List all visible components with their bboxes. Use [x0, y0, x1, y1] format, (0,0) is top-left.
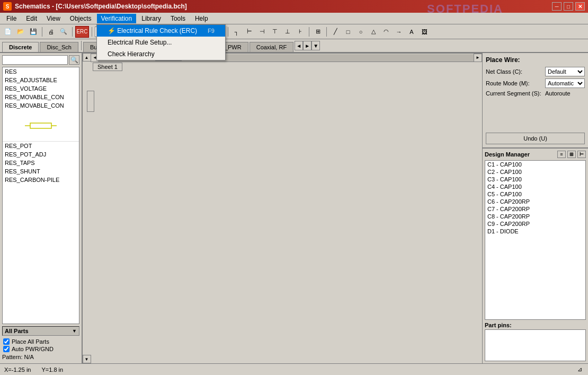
route-mode-select[interactable]: Automatic [545, 79, 585, 88]
part-res-carbon-pile[interactable]: RES_CARBON-PILE [3, 176, 79, 184]
toolbar-img[interactable]: 🖼 [418, 26, 430, 38]
place-all-parts-row: Place All Parts [2, 338, 79, 345]
toolbar-erc[interactable]: ERC [75, 26, 89, 38]
toolbar-poly[interactable]: △ [368, 26, 379, 38]
part-res-taps[interactable]: RES_TAPS [3, 159, 79, 167]
statusbar: X=-1.25 in Y=1.8 in ⊿ [0, 363, 588, 375]
toolbar-save[interactable]: 💾 [28, 26, 39, 38]
dm-part-c4[interactable]: C4 - CAP100 [485, 183, 585, 190]
toolbar-b3[interactable]: ⊥ [282, 26, 293, 38]
close-button[interactable]: ✕ [575, 2, 585, 11]
scroll-down-button[interactable]: ▼ [83, 355, 91, 363]
toolbar-arc[interactable]: ◠ [380, 26, 392, 38]
tab-discrete[interactable]: Discrete [2, 42, 39, 52]
auto-pwr-gnd-checkbox[interactable] [3, 346, 10, 352]
dm-part-c3[interactable]: C3 - CAP100 [485, 176, 585, 183]
toolbar-arrow[interactable]: → [393, 26, 405, 38]
dm-icon-tree[interactable]: ⊢ [577, 151, 586, 158]
toolbar-text[interactable]: A [406, 26, 417, 38]
part-res-shunt[interactable]: RES_SHUNT [3, 167, 79, 176]
dm-part-c9[interactable]: C9 - CAP200RP [485, 220, 585, 228]
toolbar-b2[interactable]: ⊤ [269, 26, 281, 38]
part-res-pot-adj[interactable]: RES_POT_ADJ [3, 150, 79, 159]
maximize-button[interactable]: □ [564, 2, 573, 11]
search-input[interactable] [2, 55, 68, 65]
toolbar-open[interactable]: 📂 [15, 26, 26, 38]
menu-objects[interactable]: Objects [66, 14, 96, 23]
place-all-parts-checkbox[interactable] [3, 338, 10, 345]
dm-part-c6[interactable]: C6 - CAP200RP [485, 198, 585, 205]
scroll-up-button[interactable]: ▲ [83, 53, 91, 62]
dm-icon-list[interactable]: ≡ [557, 151, 566, 158]
menu-library[interactable]: Library [137, 14, 165, 23]
tab-prev-arrow[interactable]: ◄ [295, 41, 303, 50]
search-area: 🔍 [0, 53, 82, 67]
part-res-pot[interactable]: RES_POT [3, 142, 79, 150]
toolbar: 📄 📂 💾 🖨 🔍 ERC 200% 100% 150% 50% 0.05 in… [0, 24, 588, 39]
toolbar-wire[interactable]: ┐ [231, 26, 243, 38]
tab-next-arrow[interactable]: ► [303, 41, 311, 50]
dm-part-c1[interactable]: C1 - CAP100 [485, 161, 585, 168]
menu-help[interactable]: Help [191, 14, 212, 23]
menu-verification[interactable]: Verification [97, 14, 137, 23]
undo-button[interactable]: Undo (U) [486, 133, 585, 144]
scroll-right-button[interactable]: ► [474, 54, 482, 62]
toolbar-grid-icon[interactable]: ⊞ [312, 26, 324, 38]
dm-part-d1[interactable]: D1 - DIODE [485, 228, 585, 235]
part-res-movable-con2[interactable]: RES_MOVABLE_CON [3, 101, 79, 110]
svg-rect-1 [30, 123, 51, 128]
search-button[interactable]: 🔍 [69, 55, 79, 65]
tab-coaxial-rf[interactable]: Coaxial, RF [250, 42, 293, 52]
toolbar-circle[interactable]: ○ [355, 26, 367, 38]
titlebar: S Schematics - [C:\Users\Softpedia\Deskt… [0, 0, 588, 13]
vertical-scrollbar[interactable]: ▲ ▼ [82, 53, 91, 363]
toolbar-sep9 [326, 27, 327, 37]
dm-icon-grid[interactable]: ⊞ [567, 151, 576, 158]
part-res[interactable]: RES [3, 67, 79, 76]
tab-menu-arrow[interactable]: ▼ [311, 41, 320, 50]
toolbar-sep2 [72, 27, 73, 37]
menu-view[interactable]: View [42, 14, 65, 23]
titlebar-controls[interactable]: ─ □ ✕ [552, 2, 585, 11]
toolbar-sep8 [309, 27, 309, 37]
dropdown-check-hierarchy[interactable]: Check Hierarchy [97, 48, 225, 60]
dropdown-erc[interactable]: ⚡ Electrical Rule Check (ERC) F9 [97, 25, 225, 37]
all-parts-label[interactable]: All Parts ▼ [2, 326, 79, 336]
menu-tools[interactable]: Tools [166, 14, 190, 23]
toolbar-b4[interactable]: ⊦ [295, 26, 306, 38]
toolbar-rect[interactable]: □ [342, 26, 354, 38]
main-area: 🔍 RES RES_ADJUSTABLE RES_VOLTAGE RES_MOV… [0, 53, 588, 363]
toolbar-b1[interactable]: ⊣ [256, 26, 268, 38]
part-res-voltage[interactable]: RES_VOLTAGE [3, 84, 79, 93]
toolbar-print[interactable]: 🖨 [45, 26, 57, 38]
net-class-select[interactable]: Default [545, 67, 585, 76]
sheet-tab-item[interactable]: Sheet 1 [93, 63, 122, 71]
parts-list[interactable]: RES RES_ADJUSTABLE RES_VOLTAGE RES_MOVAB… [2, 67, 79, 324]
route-mode-row: Route Mode (M): Automatic [486, 79, 585, 88]
toolbar-bus[interactable]: ⊢ [244, 26, 255, 38]
tab-disc-sch[interactable]: Disc_Sch [40, 42, 78, 52]
dm-part-c5[interactable]: C5 - CAP100 [485, 190, 585, 198]
res-symbol-svg [25, 118, 57, 134]
design-manager-parts-list[interactable]: C1 - CAP100 C2 - CAP100 C3 - CAP100 C4 -… [485, 160, 586, 320]
dm-part-c2[interactable]: C2 - CAP100 [485, 168, 585, 176]
part-res-adjustable[interactable]: RES_ADJUSTABLE [3, 76, 79, 84]
minimize-button[interactable]: ─ [552, 2, 562, 11]
part-res-movable-con1[interactable]: RES_MOVABLE_CON [3, 93, 79, 101]
y-coord: Y=1.8 in [41, 367, 63, 373]
toolbar-new[interactable]: 📄 [2, 26, 14, 38]
toolbar-search[interactable]: 🔍 [58, 26, 69, 38]
all-parts-arrow[interactable]: ▼ [72, 328, 77, 334]
menu-file[interactable]: File [2, 14, 21, 23]
canvas-area: ▲ ▼ C1 C2 [82, 53, 482, 363]
place-wire-title: Place Wire: [486, 56, 585, 64]
menu-edit[interactable]: Edit [22, 14, 41, 23]
dropdown-erc-setup[interactable]: Electrical Rule Setup... [97, 37, 225, 48]
design-manager-section: Design Manager ≡ ⊞ ⊢ ◄ C1 - CAP100 C2 - … [483, 149, 588, 363]
dm-part-c8[interactable]: C8 - CAP200RP [485, 213, 585, 220]
dm-part-c7[interactable]: C7 - CAP200RP [485, 205, 585, 213]
toolbar-line[interactable]: ╱ [329, 26, 341, 38]
toolbar-sep1 [42, 27, 42, 37]
resize-grip[interactable]: ⊿ [575, 365, 584, 374]
verification-dropdown: ⚡ Electrical Rule Check (ERC) F9 Electri… [96, 24, 226, 60]
